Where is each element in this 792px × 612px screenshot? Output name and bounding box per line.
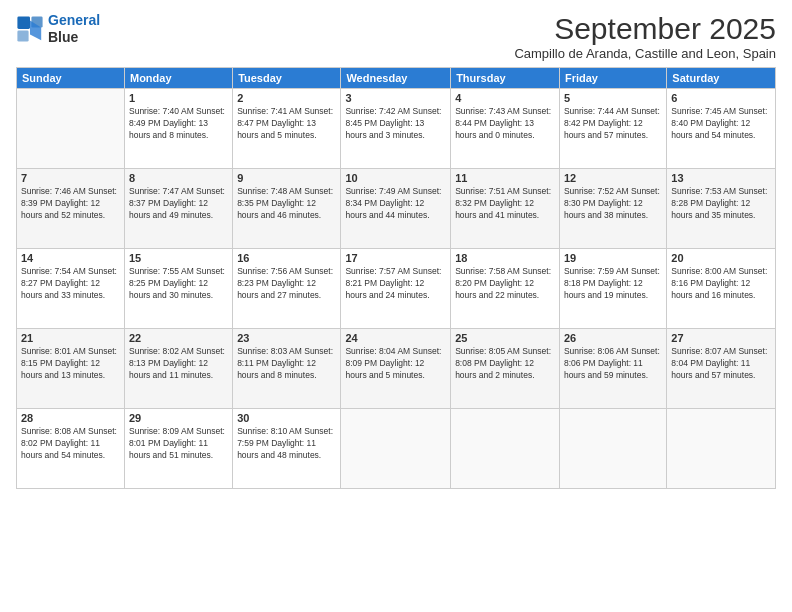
table-row <box>451 409 560 489</box>
day-info: Sunrise: 7:43 AM Sunset: 8:44 PM Dayligh… <box>455 106 555 142</box>
month-title: September 2025 <box>514 12 776 46</box>
day-info: Sunrise: 7:47 AM Sunset: 8:37 PM Dayligh… <box>129 186 228 222</box>
day-info: Sunrise: 8:04 AM Sunset: 8:09 PM Dayligh… <box>345 346 446 382</box>
day-info: Sunrise: 8:02 AM Sunset: 8:13 PM Dayligh… <box>129 346 228 382</box>
calendar-week-5: 28Sunrise: 8:08 AM Sunset: 8:02 PM Dayli… <box>17 409 776 489</box>
table-row: 22Sunrise: 8:02 AM Sunset: 8:13 PM Dayli… <box>124 329 232 409</box>
day-number: 3 <box>345 92 446 104</box>
day-info: Sunrise: 8:06 AM Sunset: 8:06 PM Dayligh… <box>564 346 662 382</box>
day-info: Sunrise: 8:05 AM Sunset: 8:08 PM Dayligh… <box>455 346 555 382</box>
day-number: 20 <box>671 252 771 264</box>
table-row: 23Sunrise: 8:03 AM Sunset: 8:11 PM Dayli… <box>233 329 341 409</box>
day-number: 13 <box>671 172 771 184</box>
day-number: 17 <box>345 252 446 264</box>
day-info: Sunrise: 7:40 AM Sunset: 8:49 PM Dayligh… <box>129 106 228 142</box>
table-row: 28Sunrise: 8:08 AM Sunset: 8:02 PM Dayli… <box>17 409 125 489</box>
col-wednesday: Wednesday <box>341 68 451 89</box>
title-block: September 2025 Campillo de Aranda, Casti… <box>514 12 776 61</box>
day-number: 8 <box>129 172 228 184</box>
day-info: Sunrise: 8:00 AM Sunset: 8:16 PM Dayligh… <box>671 266 771 302</box>
day-number: 21 <box>21 332 120 344</box>
logo-line1: General <box>48 12 100 28</box>
table-row: 13Sunrise: 7:53 AM Sunset: 8:28 PM Dayli… <box>667 169 776 249</box>
table-row: 25Sunrise: 8:05 AM Sunset: 8:08 PM Dayli… <box>451 329 560 409</box>
calendar-week-1: 1Sunrise: 7:40 AM Sunset: 8:49 PM Daylig… <box>17 89 776 169</box>
table-row: 21Sunrise: 8:01 AM Sunset: 8:15 PM Dayli… <box>17 329 125 409</box>
col-saturday: Saturday <box>667 68 776 89</box>
table-row: 26Sunrise: 8:06 AM Sunset: 8:06 PM Dayli… <box>559 329 666 409</box>
table-row: 14Sunrise: 7:54 AM Sunset: 8:27 PM Dayli… <box>17 249 125 329</box>
day-info: Sunrise: 8:01 AM Sunset: 8:15 PM Dayligh… <box>21 346 120 382</box>
col-tuesday: Tuesday <box>233 68 341 89</box>
day-info: Sunrise: 7:54 AM Sunset: 8:27 PM Dayligh… <box>21 266 120 302</box>
day-number: 2 <box>237 92 336 104</box>
table-row <box>559 409 666 489</box>
day-number: 15 <box>129 252 228 264</box>
day-info: Sunrise: 7:48 AM Sunset: 8:35 PM Dayligh… <box>237 186 336 222</box>
day-info: Sunrise: 7:56 AM Sunset: 8:23 PM Dayligh… <box>237 266 336 302</box>
day-number: 7 <box>21 172 120 184</box>
table-row: 2Sunrise: 7:41 AM Sunset: 8:47 PM Daylig… <box>233 89 341 169</box>
table-row: 11Sunrise: 7:51 AM Sunset: 8:32 PM Dayli… <box>451 169 560 249</box>
day-info: Sunrise: 7:53 AM Sunset: 8:28 PM Dayligh… <box>671 186 771 222</box>
day-number: 6 <box>671 92 771 104</box>
day-number: 27 <box>671 332 771 344</box>
day-number: 25 <box>455 332 555 344</box>
table-row: 5Sunrise: 7:44 AM Sunset: 8:42 PM Daylig… <box>559 89 666 169</box>
table-row: 1Sunrise: 7:40 AM Sunset: 8:49 PM Daylig… <box>124 89 232 169</box>
table-row: 12Sunrise: 7:52 AM Sunset: 8:30 PM Dayli… <box>559 169 666 249</box>
day-number: 4 <box>455 92 555 104</box>
calendar-table: Sunday Monday Tuesday Wednesday Thursday… <box>16 67 776 489</box>
day-number: 19 <box>564 252 662 264</box>
table-row <box>341 409 451 489</box>
day-number: 12 <box>564 172 662 184</box>
table-row: 16Sunrise: 7:56 AM Sunset: 8:23 PM Dayli… <box>233 249 341 329</box>
day-info: Sunrise: 7:55 AM Sunset: 8:25 PM Dayligh… <box>129 266 228 302</box>
day-number: 10 <box>345 172 446 184</box>
col-thursday: Thursday <box>451 68 560 89</box>
logo-icon <box>16 15 44 43</box>
calendar-week-4: 21Sunrise: 8:01 AM Sunset: 8:15 PM Dayli… <box>17 329 776 409</box>
day-number: 5 <box>564 92 662 104</box>
day-info: Sunrise: 8:09 AM Sunset: 8:01 PM Dayligh… <box>129 426 228 462</box>
day-info: Sunrise: 7:51 AM Sunset: 8:32 PM Dayligh… <box>455 186 555 222</box>
table-row: 24Sunrise: 8:04 AM Sunset: 8:09 PM Dayli… <box>341 329 451 409</box>
day-number: 16 <box>237 252 336 264</box>
table-row: 19Sunrise: 7:59 AM Sunset: 8:18 PM Dayli… <box>559 249 666 329</box>
day-number: 1 <box>129 92 228 104</box>
day-info: Sunrise: 7:49 AM Sunset: 8:34 PM Dayligh… <box>345 186 446 222</box>
day-info: Sunrise: 8:07 AM Sunset: 8:04 PM Dayligh… <box>671 346 771 382</box>
day-info: Sunrise: 8:03 AM Sunset: 8:11 PM Dayligh… <box>237 346 336 382</box>
calendar-week-2: 7Sunrise: 7:46 AM Sunset: 8:39 PM Daylig… <box>17 169 776 249</box>
location-subtitle: Campillo de Aranda, Castille and Leon, S… <box>514 46 776 61</box>
page: General Blue September 2025 Campillo de … <box>0 0 792 612</box>
col-monday: Monday <box>124 68 232 89</box>
day-info: Sunrise: 8:10 AM Sunset: 7:59 PM Dayligh… <box>237 426 336 462</box>
header: General Blue September 2025 Campillo de … <box>16 12 776 61</box>
calendar-week-3: 14Sunrise: 7:54 AM Sunset: 8:27 PM Dayli… <box>17 249 776 329</box>
day-info: Sunrise: 7:58 AM Sunset: 8:20 PM Dayligh… <box>455 266 555 302</box>
table-row: 9Sunrise: 7:48 AM Sunset: 8:35 PM Daylig… <box>233 169 341 249</box>
table-row <box>667 409 776 489</box>
logo: General Blue <box>16 12 100 46</box>
col-friday: Friday <box>559 68 666 89</box>
day-info: Sunrise: 7:52 AM Sunset: 8:30 PM Dayligh… <box>564 186 662 222</box>
day-number: 30 <box>237 412 336 424</box>
table-row: 18Sunrise: 7:58 AM Sunset: 8:20 PM Dayli… <box>451 249 560 329</box>
day-info: Sunrise: 7:59 AM Sunset: 8:18 PM Dayligh… <box>564 266 662 302</box>
table-row: 20Sunrise: 8:00 AM Sunset: 8:16 PM Dayli… <box>667 249 776 329</box>
table-row: 27Sunrise: 8:07 AM Sunset: 8:04 PM Dayli… <box>667 329 776 409</box>
day-info: Sunrise: 7:41 AM Sunset: 8:47 PM Dayligh… <box>237 106 336 142</box>
day-info: Sunrise: 7:44 AM Sunset: 8:42 PM Dayligh… <box>564 106 662 142</box>
day-info: Sunrise: 7:42 AM Sunset: 8:45 PM Dayligh… <box>345 106 446 142</box>
day-number: 29 <box>129 412 228 424</box>
day-number: 24 <box>345 332 446 344</box>
table-row: 10Sunrise: 7:49 AM Sunset: 8:34 PM Dayli… <box>341 169 451 249</box>
day-info: Sunrise: 7:45 AM Sunset: 8:40 PM Dayligh… <box>671 106 771 142</box>
day-number: 22 <box>129 332 228 344</box>
table-row: 6Sunrise: 7:45 AM Sunset: 8:40 PM Daylig… <box>667 89 776 169</box>
table-row <box>17 89 125 169</box>
day-number: 14 <box>21 252 120 264</box>
logo-text: General Blue <box>48 12 100 46</box>
day-info: Sunrise: 7:46 AM Sunset: 8:39 PM Dayligh… <box>21 186 120 222</box>
